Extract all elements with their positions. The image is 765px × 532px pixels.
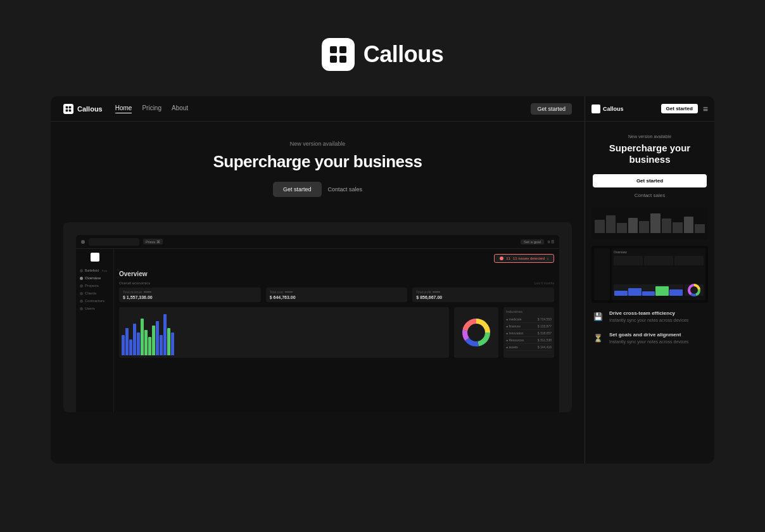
set-goal-button[interactable]: Set a goal — [521, 239, 544, 244]
section-date: Last 6 months — [534, 281, 554, 285]
mobile-hero: New version available Supercharge your b… — [585, 122, 714, 208]
table-row: ● assets $ 144,416 — [506, 344, 552, 351]
metrics-row: Total revenue $ 1,557,336.00 Total cost — [119, 288, 554, 302]
svg-rect-2 — [330, 56, 337, 63]
feature-text-0: Drive cross-team efficiency Instantly sy… — [609, 310, 688, 323]
desktop-panel: Callous Home Pricing About Get started N… — [51, 96, 585, 464]
mobile-get-started-button[interactable]: Get started — [593, 174, 707, 187]
mobile-nav-menu-icon[interactable]: ≡ — [703, 104, 708, 114]
mobile-nav-logo-icon — [591, 104, 600, 113]
sidebar-item-battlefield: Battlefield Free — [76, 267, 113, 274]
desktop-nav-logo: Callous — [63, 104, 103, 114]
desktop-nav-links: Home Pricing About — [115, 104, 531, 113]
mobile-dashboard-thumbnail: Overview — [591, 246, 708, 303]
feature-title-0: Drive cross-team efficiency — [609, 310, 688, 316]
feature-item-0: 💾 Drive cross-team efficiency Instantly … — [591, 310, 708, 323]
mobile-contact-sales-button[interactable]: Contact sales — [593, 193, 707, 198]
metric-cost-label: Total cost — [270, 290, 404, 294]
toolbar-num: 0 ☰ — [548, 239, 554, 244]
dashboard-mockup: Press ⌘ Set a goal 0 ☰ Battlefield Free — [63, 222, 572, 412]
desktop-nav-logo-text: Callous — [77, 105, 103, 113]
mobile-nav-logo: Callous — [591, 104, 656, 113]
donut-chart-area — [454, 307, 498, 358]
app-logo-icon — [322, 38, 355, 71]
table-header-industry: Industries — [506, 310, 552, 314]
desktop-get-started-button[interactable]: Get started — [273, 182, 322, 197]
metric-cost: Total cost $ 644,763.00 — [266, 288, 408, 302]
donut-chart-svg — [460, 317, 492, 348]
dashboard-sidebar: Battlefield Free Overview Projects — [76, 249, 114, 412]
mobile-mini-chart — [591, 208, 708, 239]
mobile-nav-logo-text: Callous — [603, 106, 624, 112]
dashboard-search[interactable] — [89, 238, 139, 246]
metric-profit-value: $ 856,667.00 — [416, 295, 550, 300]
top-section: Callous — [0, 0, 765, 96]
desktop-nav: Callous Home Pricing About Get started — [51, 96, 585, 122]
metric-profit-label: Total profit — [416, 290, 550, 294]
nav-link-about[interactable]: About — [172, 104, 188, 113]
desktop-nav-logo-icon — [63, 104, 73, 114]
svg-rect-6 — [66, 109, 68, 111]
dashboard-overview-title: Overview — [119, 270, 554, 277]
feature-icon-0: 💾 — [591, 310, 604, 323]
desktop-hero-badge: New version available — [63, 141, 572, 147]
logo-container: Callous — [322, 38, 444, 71]
sidebar-item-users[interactable]: Users — [76, 305, 113, 312]
nav-link-pricing[interactable]: Pricing — [142, 104, 161, 113]
mobile-hero-badge: New version available — [593, 134, 707, 139]
feature-title-1: Set goals and drive alignment — [609, 332, 688, 338]
section-header: Overall economics Last 6 months — [119, 281, 554, 285]
mobile-features: 💾 Drive cross-team efficiency Instantly … — [585, 310, 714, 345]
table-row: ● finances $ 133,877 — [506, 323, 552, 330]
feature-item-1: ⏳ Set goals and drive alignment Instantl… — [591, 332, 708, 345]
desktop-hero: New version available Supercharge your b… — [51, 122, 585, 222]
charts-row: Industries ● medicale $ 724,553 ● financ… — [119, 307, 554, 358]
desktop-contact-sales-button[interactable]: Contact sales — [328, 182, 363, 197]
metric-revenue: Total revenue $ 1,557,336.00 — [119, 288, 261, 302]
issues-label: 11 issues detected — [513, 256, 545, 260]
metric-cost-value: $ 644,763.00 — [270, 295, 404, 300]
table-row: ● Resources $ 311,538 — [506, 337, 552, 344]
sidebar-item-projects[interactable]: Projects — [76, 282, 113, 289]
metric-revenue-label: Total revenue — [123, 290, 257, 294]
desktop-hero-title: Supercharge your business — [63, 152, 572, 172]
desktop-hero-buttons: Get started Contact sales — [63, 182, 572, 197]
feature-text-1: Set goals and drive alignment Instantly … — [609, 332, 688, 345]
dashboard-table: Industries ● medicale $ 724,553 ● financ… — [503, 307, 554, 358]
feature-desc-0: Instantly sync your notes across devices — [609, 317, 688, 323]
svg-rect-5 — [69, 106, 72, 108]
svg-rect-1 — [339, 46, 346, 53]
dashboard-body: Battlefield Free Overview Projects — [76, 249, 559, 412]
section-title: Overall economics — [119, 281, 150, 285]
svg-rect-7 — [69, 109, 72, 111]
sidebar-item-contractors[interactable]: Contractors — [76, 297, 113, 305]
sidebar-item-clients[interactable]: Clients — [76, 289, 113, 297]
bar-chart — [119, 307, 449, 358]
sidebar-logo — [91, 253, 99, 262]
dashboard-inner: Press ⌘ Set a goal 0 ☰ Battlefield Free — [76, 235, 559, 412]
dashboard-main-content: 11 11 issues detected › Overview Overall… — [114, 249, 559, 412]
svg-rect-4 — [66, 106, 68, 108]
nav-link-home[interactable]: Home — [115, 104, 132, 113]
feature-icon-1: ⏳ — [591, 332, 604, 345]
mobile-hero-title: Supercharge your business — [593, 142, 707, 165]
toolbar-dot — [81, 240, 85, 244]
feature-desc-1: Instantly sync your notes across devices — [609, 339, 688, 345]
issues-count: 11 — [506, 256, 510, 260]
mobile-panel: Callous Get started ≡ New version availa… — [585, 96, 714, 464]
issues-alert[interactable]: 11 11 issues detected › — [494, 254, 554, 263]
sidebar-item-overview[interactable]: Overview — [76, 274, 113, 282]
svg-rect-3 — [339, 56, 346, 63]
dashboard-toolbar: Press ⌘ Set a goal 0 ☰ — [76, 235, 559, 249]
table-row: ● Innovation $ 318,657 — [506, 330, 552, 337]
mobile-nav-cta[interactable]: Get started — [661, 104, 698, 113]
mobile-nav: Callous Get started ≡ — [585, 96, 714, 122]
metric-revenue-value: $ 1,557,336.00 — [123, 295, 257, 300]
app-logo-text: Callous — [364, 41, 444, 68]
svg-rect-0 — [330, 46, 337, 53]
panels-container: Callous Home Pricing About Get started N… — [0, 96, 765, 464]
desktop-nav-cta[interactable]: Get started — [531, 103, 572, 115]
press-tag: Press ⌘ — [143, 239, 163, 244]
metric-profit: Total profit $ 856,667.00 — [412, 288, 554, 302]
table-row: ● medicale $ 724,553 — [506, 316, 552, 323]
